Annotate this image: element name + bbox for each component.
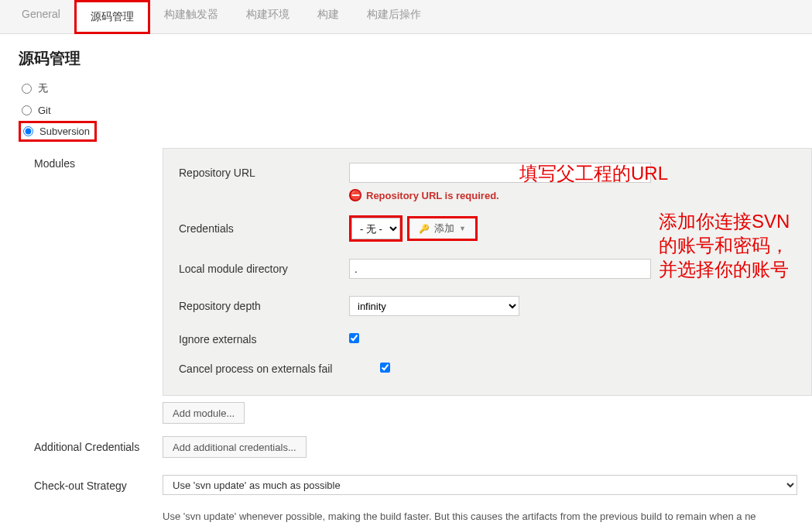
radio-git[interactable] <box>22 105 32 115</box>
checkout-strategy-select[interactable]: Use 'svn update' as much as possible <box>163 475 797 495</box>
repo-url-label: Repository URL <box>179 167 349 179</box>
cancel-externals-label: Cancel process on externals fail <box>179 363 380 375</box>
label-git[interactable]: Git <box>38 105 51 116</box>
additional-credentials-label: Additional Credentials <box>34 436 163 453</box>
credentials-select[interactable]: - 无 - <box>351 218 400 239</box>
scm-option-subversion: Subversion <box>19 121 97 142</box>
repo-depth-label: Repository depth <box>179 300 349 312</box>
tab-triggers[interactable]: 构建触发器 <box>150 0 232 33</box>
local-dir-label: Local module directory <box>179 263 349 275</box>
tab-build-env[interactable]: 构建环境 <box>232 0 303 33</box>
label-none[interactable]: 无 <box>38 81 48 95</box>
tab-post-build[interactable]: 构建后操作 <box>353 0 435 33</box>
repo-depth-select[interactable]: infinity <box>349 296 519 316</box>
error-text: Repository URL is required. <box>366 190 499 201</box>
scm-option-none: 无 <box>19 77 793 100</box>
label-subversion[interactable]: Subversion <box>39 125 90 137</box>
module-box: Repository URL 填写父工程的URL ⛔ Repository UR… <box>163 148 812 396</box>
tab-general[interactable]: General <box>8 0 74 33</box>
error-icon: ⛔ <box>349 189 361 201</box>
tab-scm[interactable]: 源码管理 <box>74 0 150 34</box>
ignore-externals-label: Ignore externals <box>179 333 349 346</box>
modules-heading: Modules <box>23 148 163 424</box>
radio-subversion[interactable] <box>23 126 33 136</box>
add-credentials-button[interactable]: 🔑 添加 ▼ <box>407 216 478 241</box>
repo-url-error: ⛔ Repository URL is required. <box>349 189 796 201</box>
add-additional-credentials-button[interactable]: Add additional credentials... <box>163 436 307 458</box>
checkout-strategy-label: Check-out Strategy <box>34 475 163 492</box>
local-dir-input[interactable] <box>349 259 651 279</box>
checkout-strategy-help: Use 'svn update' whenever possible, maki… <box>163 509 812 524</box>
scm-option-git: Git <box>19 100 793 121</box>
ignore-externals-checkbox[interactable] <box>349 333 359 343</box>
repo-url-input[interactable] <box>349 163 651 183</box>
credentials-label: Credentials <box>179 222 349 235</box>
key-icon: 🔑 <box>419 224 430 234</box>
caret-down-icon: ▼ <box>459 225 466 232</box>
radio-none[interactable] <box>22 84 32 94</box>
config-tabs: General 源码管理 构建触发器 构建环境 构建 构建后操作 <box>0 0 812 34</box>
section-title: 源码管理 <box>0 34 812 77</box>
cancel-externals-checkbox[interactable] <box>380 363 390 373</box>
add-module-button[interactable]: Add module... <box>163 402 245 424</box>
scm-options: 无 Git Subversion <box>0 77 812 148</box>
tab-build[interactable]: 构建 <box>303 0 353 33</box>
add-cred-label: 添加 <box>434 222 454 235</box>
